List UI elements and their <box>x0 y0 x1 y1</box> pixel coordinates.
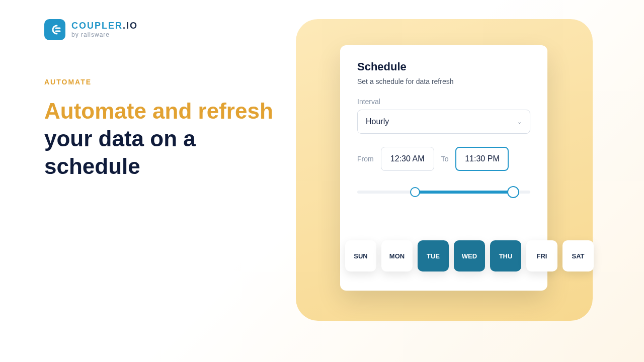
interval-value: Hourly <box>366 117 389 126</box>
day-chip-thu[interactable]: THU <box>490 240 521 272</box>
from-label: From <box>357 155 374 163</box>
feature-panel: Schedule Set a schedule for data refresh… <box>296 19 593 321</box>
slider-thumb-end[interactable] <box>507 186 519 198</box>
day-chip-wed[interactable]: WED <box>454 240 485 272</box>
logo-byline: by railsware <box>71 32 138 38</box>
day-chip-mon[interactable]: MON <box>381 240 413 272</box>
brand-logo: COUPLER.IO by railsware <box>44 19 138 40</box>
interval-select[interactable]: Hourly ⌄ <box>357 110 530 134</box>
from-time-input[interactable]: 12:30 AM <box>381 147 434 171</box>
day-chip-sun[interactable]: SUN <box>345 240 376 272</box>
day-chip-fri[interactable]: FRI <box>526 240 557 272</box>
card-subtitle: Set a schedule for data refresh <box>357 77 530 85</box>
eyebrow-label: AUTOMATE <box>44 78 276 86</box>
interval-label: Interval <box>357 98 530 106</box>
day-chip-sat[interactable]: SAT <box>562 240 594 272</box>
logo-mark-icon <box>44 19 65 40</box>
to-label: To <box>441 155 449 163</box>
day-selector: SUNMONTUEWEDTHUFRISAT <box>317 240 622 272</box>
day-chip-tue[interactable]: TUE <box>418 240 449 272</box>
card-title: Schedule <box>357 60 530 73</box>
to-time-input[interactable]: 11:30 PM <box>455 147 509 171</box>
time-range-slider[interactable] <box>357 186 530 198</box>
slider-fill <box>416 191 513 194</box>
headline-text: Automate and refresh your data on a sche… <box>44 97 276 180</box>
marketing-headline: AUTOMATE Automate and refresh your data … <box>44 78 276 180</box>
logo-wordmark: COUPLER.IO <box>71 21 138 31</box>
chevron-down-icon: ⌄ <box>517 119 522 125</box>
slider-thumb-start[interactable] <box>410 187 420 197</box>
